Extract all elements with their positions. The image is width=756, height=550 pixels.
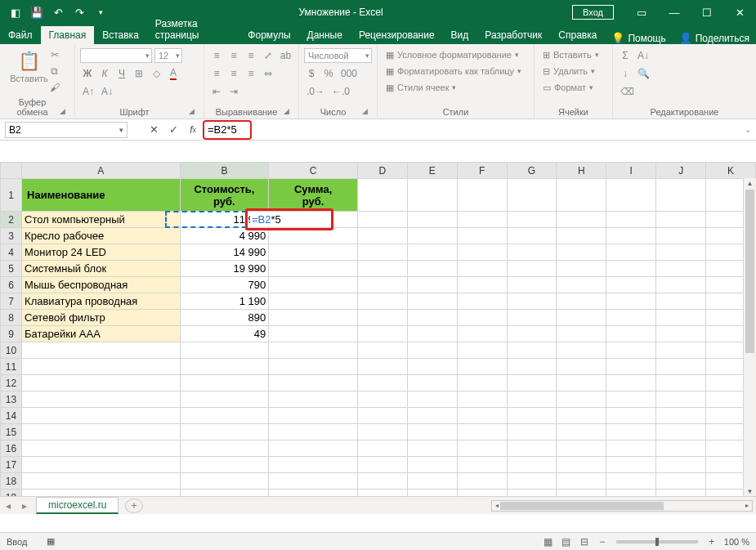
row-header-12[interactable]: 12 [1,375,22,391]
cell[interactable] [22,473,180,490]
scroll-up-icon[interactable]: ▲ [744,178,756,188]
increase-indent-button[interactable]: ⇥ [226,84,241,99]
cell[interactable] [557,391,606,408]
font-name-select[interactable] [80,48,152,63]
bold-button[interactable]: Ж [80,66,95,81]
clear-button[interactable]: ⌫ [618,84,637,99]
cell[interactable] [357,391,407,408]
cell[interactable] [269,457,358,473]
row-header-8[interactable]: 8 [1,310,22,326]
cell[interactable] [557,244,606,261]
format-painter-button[interactable]: 🖌 [47,80,62,95]
cell[interactable] [656,408,706,424]
cell[interactable] [22,408,180,424]
cell[interactable]: 14 990 [180,244,269,261]
formula-bar-expand-button[interactable]: ⌄ [740,125,756,134]
cell[interactable] [656,391,706,408]
spreadsheet-grid[interactable]: A B C D E F G H I J K 1НаименованиеСтоим… [0,162,756,496]
cell[interactable] [507,440,557,457]
cell[interactable] [507,408,557,424]
cell[interactable] [507,342,557,359]
cell[interactable] [407,473,457,490]
underline-button[interactable]: Ч [114,66,129,81]
row-header-15[interactable]: 15 [1,424,22,440]
cell[interactable]: 890 [180,310,269,326]
cell[interactable] [407,310,457,326]
cell[interactable] [407,277,457,293]
cell[interactable] [269,408,358,424]
cell[interactable]: Стоимость,руб. [180,179,269,212]
cell[interactable] [357,424,407,440]
find-select-button[interactable]: 🔍 [635,66,652,81]
cell[interactable] [22,359,180,375]
cell[interactable]: Наименование [22,179,180,212]
cell[interactable] [606,244,656,261]
cell[interactable] [606,277,656,293]
cell[interactable] [507,375,557,391]
scroll-right-icon[interactable]: ▸ [742,501,752,511]
cell[interactable] [656,244,706,261]
fill-button[interactable]: ↓ [618,66,633,81]
cell[interactable] [457,277,507,293]
cell[interactable] [557,293,606,310]
cell[interactable] [656,228,706,244]
cell[interactable] [357,457,407,473]
cell[interactable] [457,359,507,375]
cell[interactable] [357,293,407,310]
align-middle-button[interactable]: ≡ [226,48,241,63]
cell[interactable] [606,408,656,424]
row-header-9[interactable]: 9 [1,326,22,342]
cell[interactable] [269,473,358,490]
cell[interactable] [457,391,507,408]
undo-icon[interactable]: ↶ [49,3,67,21]
cell[interactable] [507,310,557,326]
cell[interactable] [407,457,457,473]
view-normal-button[interactable]: ▦ [539,535,557,548]
maximize-button[interactable]: ☐ [691,0,723,25]
sheet-nav-next[interactable]: ▸ [16,500,33,512]
cell[interactable] [407,244,457,261]
sheet-nav-prev[interactable]: ◂ [0,500,16,512]
cell[interactable] [557,424,606,440]
grid-scroll[interactable]: A B C D E F G H I J K 1НаименованиеСтоим… [0,162,756,496]
decrease-decimal-button[interactable]: ←.0 [329,84,352,99]
cell[interactable] [357,261,407,277]
cell[interactable] [357,440,407,457]
cell[interactable] [269,277,358,293]
cell[interactable] [656,490,706,497]
zoom-slider[interactable] [616,540,698,543]
cell[interactable] [457,440,507,457]
cell[interactable]: Стол компьютерный [22,212,180,228]
percent-format-button[interactable]: % [321,66,336,81]
vscroll-thumb[interactable] [745,190,754,353]
cell[interactable] [656,375,706,391]
cell[interactable] [357,408,407,424]
cell[interactable] [507,244,557,261]
cell[interactable] [507,212,557,228]
cell[interactable] [557,375,606,391]
cell[interactable] [457,375,507,391]
cell[interactable] [656,440,706,457]
sheet-tab-active[interactable]: microexcel.ru [36,497,119,514]
cell[interactable] [507,490,557,497]
cell[interactable] [507,228,557,244]
cell[interactable]: Монитор 24 LED [22,244,180,261]
row-header-2[interactable]: 2 [1,212,22,228]
row-header-14[interactable]: 14 [1,408,22,424]
cell[interactable] [606,342,656,359]
cell[interactable] [457,310,507,326]
cell[interactable] [557,310,606,326]
cell-styles-button[interactable]: ▦Стили ячеек▾ [382,80,529,95]
row-header-4[interactable]: 4 [1,244,22,261]
horizontal-scrollbar[interactable]: ◂ ▸ [491,500,753,512]
decrease-indent-button[interactable]: ⇤ [209,84,224,99]
ribbon-options-icon[interactable]: ▭ [625,0,658,25]
tab-view[interactable]: Вид [443,26,477,44]
cell[interactable] [357,277,407,293]
cell[interactable] [357,342,407,359]
cell[interactable] [180,408,269,424]
cell[interactable] [180,440,269,457]
font-dialog-launcher[interactable]: ◢ [189,107,199,117]
tab-data[interactable]: Данные [299,26,351,44]
orientation-button[interactable]: ⤢ [261,48,275,63]
